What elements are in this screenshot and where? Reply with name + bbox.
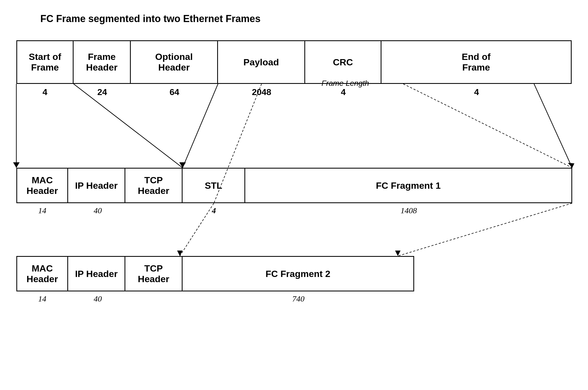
- size-oh: 64: [131, 87, 218, 101]
- cell-end-of-frame: End ofFrame: [381, 40, 572, 84]
- cell-optional-header: OptionalHeader: [131, 40, 218, 84]
- eth2-size-mac: 14: [16, 294, 68, 303]
- svg-marker-12: [13, 162, 20, 168]
- eth1-size-frag1: 1408: [245, 206, 572, 215]
- cell-payload: Payload: [218, 40, 305, 84]
- eth1-row: MACHeader IP Header TCPHeader STL FC Fra…: [16, 168, 572, 203]
- eth2-size-labels: 14 40 740: [16, 294, 414, 303]
- eth2-size-frag2: 740: [183, 294, 414, 303]
- cell-start-of-frame: Start ofFrame: [16, 40, 74, 84]
- eth1-size-stl: 4: [183, 206, 245, 215]
- eth1-cell-ip: IP Header: [68, 168, 125, 203]
- eth2-cell-tcp: TCPHeader: [125, 256, 183, 291]
- eth2-cell-frag2: FC Fragment 2: [183, 256, 414, 291]
- cell-crc: CRC: [305, 40, 381, 84]
- frame-length-label: Frame Length: [322, 79, 369, 88]
- page-title: FC Frame segmented into two Ethernet Fra…: [40, 13, 260, 25]
- eth1-cell-frag1: FC Fragment 1: [245, 168, 572, 203]
- svg-marker-7: [568, 163, 574, 168]
- svg-marker-11: [179, 162, 186, 168]
- eth2-cell-mac: MACHeader: [16, 256, 68, 291]
- cell-frame-header: FrameHeader: [74, 40, 131, 84]
- size-crc: 4: [305, 87, 381, 101]
- eth2-size-tcp: [125, 294, 183, 303]
- size-payload: 2048: [218, 87, 305, 101]
- svg-marker-10: [395, 251, 401, 256]
- eth1-size-labels: 14 40 4 1408: [16, 206, 572, 215]
- eth1-size-tcp: [125, 206, 183, 215]
- size-sof: 4: [16, 87, 74, 101]
- size-eof: 4: [381, 87, 572, 101]
- eth2-row: MACHeader IP Header TCPHeader FC Fragmen…: [16, 256, 414, 291]
- size-fh: 24: [74, 87, 131, 101]
- eth1-size-mac: 14: [16, 206, 68, 215]
- eth2-size-ip: 40: [68, 294, 125, 303]
- eth1-cell-tcp: TCPHeader: [125, 168, 183, 203]
- svg-marker-5: [177, 251, 183, 256]
- eth1-cell-stl: STL: [183, 168, 245, 203]
- eth2-cell-ip: IP Header: [68, 256, 125, 291]
- fc-size-labels: 4 24 64 2048 4 4: [16, 87, 572, 101]
- eth1-cell-mac: MACHeader: [16, 168, 68, 203]
- eth1-size-ip: 40: [68, 206, 125, 215]
- fc-frame-row: Start ofFrame FrameHeader OptionalHeader…: [16, 40, 572, 84]
